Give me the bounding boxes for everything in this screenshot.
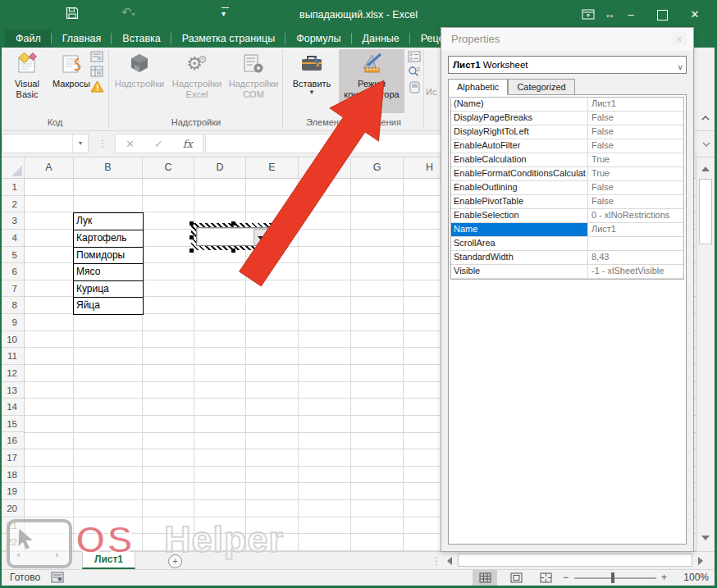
row-header-19[interactable]: 19 <box>0 483 24 500</box>
property-name[interactable]: DisplayRightToLeft <box>451 125 588 139</box>
properties-close-button[interactable]: x <box>672 32 687 45</box>
visual-basic-button[interactable]: Visual Basic <box>3 49 51 113</box>
property-name[interactable]: EnableOutlining <box>451 181 588 194</box>
property-name[interactable]: EnablePivotTable <box>451 195 588 208</box>
minimize-button[interactable]: – <box>617 0 645 30</box>
property-value[interactable]: -1 - xlSheetVisible <box>588 265 683 278</box>
column-header-F[interactable]: F <box>299 157 351 178</box>
normal-view-button[interactable] <box>473 570 497 586</box>
property-value[interactable]: Лист1 <box>588 223 683 236</box>
macro-record-icon[interactable] <box>51 572 64 583</box>
row-header-14[interactable]: 14 <box>0 399 24 416</box>
row-header-22[interactable]: 22 <box>0 534 24 551</box>
property-name[interactable]: Name <box>451 223 588 236</box>
sheet-tab-лист1[interactable]: Лист1 <box>82 552 135 569</box>
scroll-up-button[interactable] <box>698 161 713 177</box>
property-name[interactable]: StandardWidth <box>451 251 588 264</box>
property-name[interactable]: EnableCalculation <box>451 153 588 166</box>
zoom-level-label[interactable]: 100% <box>683 572 709 583</box>
zoom-slider-thumb[interactable] <box>611 572 614 583</box>
design-mode-button[interactable]: Режим конструктора <box>339 49 404 113</box>
object-dropdown[interactable]: Лист1 Worksheet ˅ <box>448 56 687 74</box>
name-box[interactable]: ▾ <box>2 134 89 153</box>
page-layout-view-button[interactable] <box>504 570 528 586</box>
selection-handle[interactable] <box>231 248 235 253</box>
zoom-in-button[interactable]: + <box>661 572 667 583</box>
property-value[interactable]: False <box>588 181 683 194</box>
property-value[interactable]: False <box>588 139 683 153</box>
row-header-12[interactable]: 12 <box>0 365 24 382</box>
row-header-5[interactable]: 5 <box>0 247 24 264</box>
new-sheet-button[interactable]: + <box>168 554 182 568</box>
row-header-2[interactable]: 2 <box>0 196 24 213</box>
selection-handle[interactable] <box>231 221 235 226</box>
tab-Главная[interactable]: Главная <box>52 30 112 48</box>
property-value[interactable]: False <box>588 195 683 208</box>
property-value[interactable]: 0 - xlNoRestrictions <box>588 209 683 222</box>
property-name[interactable]: EnableFormatConditionsCalculat <box>451 167 588 180</box>
hscroll-left-button[interactable] <box>443 554 456 567</box>
property-value[interactable]: True <box>588 167 683 180</box>
column-header-D[interactable]: D <box>194 157 246 178</box>
selection-handle[interactable] <box>190 221 194 226</box>
column-header-A[interactable]: A <box>25 157 74 178</box>
row-header-10[interactable]: 10 <box>0 331 24 349</box>
tab-Данные[interactable]: Данные <box>352 30 410 48</box>
selection-handle[interactable] <box>272 221 276 226</box>
tab-Разметка страницы[interactable]: Разметка страницы <box>171 30 285 48</box>
cell-B3[interactable]: Лук <box>73 212 144 230</box>
expand-formula-bar-icon[interactable] <box>697 136 715 153</box>
combobox-dropdown-button[interactable] <box>253 229 267 244</box>
tab-alphabetic[interactable]: Alphabetic <box>448 79 508 95</box>
selection-handle[interactable] <box>190 235 194 239</box>
row-header-21[interactable]: 21 <box>0 517 24 535</box>
cell-B8[interactable]: Яйца <box>73 297 144 315</box>
page-break-view-button[interactable] <box>533 570 558 586</box>
close-button[interactable]: ✕ <box>681 0 709 30</box>
combobox-field[interactable] <box>196 227 269 246</box>
property-value[interactable]: True <box>588 153 683 166</box>
row-header-20[interactable]: 20 <box>0 500 24 517</box>
tab-Формулы[interactable]: Формулы <box>285 30 351 48</box>
zoom-slider-track[interactable] <box>574 577 656 579</box>
property-name[interactable]: EnableSelection <box>451 209 588 222</box>
cell-B5[interactable]: Помидоры <box>73 247 144 265</box>
property-value[interactable]: False <box>588 125 683 139</box>
row-header-4[interactable]: 4 <box>0 230 24 247</box>
row-header-17[interactable]: 17 <box>0 449 24 467</box>
column-header-B[interactable]: B <box>74 157 143 178</box>
row-header-6[interactable]: 6 <box>0 263 24 280</box>
zoom-out-button[interactable]: − <box>563 572 569 583</box>
tab-categorized[interactable]: Categorized <box>508 79 574 95</box>
control-properties-icon[interactable] <box>408 51 421 62</box>
property-name[interactable]: Visible <box>451 265 588 278</box>
name-box-dropdown-icon[interactable]: ▾ <box>72 134 88 153</box>
run-dialog-icon[interactable] <box>409 81 420 93</box>
row-header-7[interactable]: 7 <box>0 280 24 298</box>
row-header-3[interactable]: 3 <box>0 212 24 230</box>
macro-security-icon[interactable] <box>90 80 104 93</box>
vertical-scrollbar[interactable] <box>696 157 715 551</box>
selection-handle[interactable] <box>272 235 276 239</box>
row-header-16[interactable]: 16 <box>0 432 24 449</box>
tab-Файл[interactable]: Файл <box>5 30 52 48</box>
collapse-ribbon-icon[interactable] <box>696 110 715 126</box>
selection-handle[interactable] <box>190 248 194 253</box>
vertical-scroll-thumb[interactable] <box>699 179 712 244</box>
cell-B4[interactable]: Картофель <box>73 230 144 248</box>
row-header-15[interactable]: 15 <box>0 416 24 433</box>
select-all-corner[interactable] <box>0 157 25 178</box>
property-value[interactable]: Лист1 <box>588 98 683 111</box>
row-header-18[interactable]: 18 <box>0 467 24 484</box>
macros-button[interactable]: Макросы <box>53 49 90 113</box>
property-name[interactable]: ScrollArea <box>451 237 588 250</box>
selection-handle[interactable] <box>272 248 276 253</box>
property-name[interactable]: DisplayPageBreaks <box>451 112 588 125</box>
property-name[interactable]: EnableAutoFilter <box>451 139 588 153</box>
tab-Вставка[interactable]: Вставка <box>112 30 171 48</box>
property-name[interactable]: (Name) <box>451 98 588 111</box>
row-header-13[interactable]: 13 <box>0 382 24 399</box>
cell-B7[interactable]: Курица <box>73 280 144 299</box>
property-value[interactable]: 8,43 <box>588 251 683 264</box>
combobox-control[interactable] <box>191 223 274 250</box>
